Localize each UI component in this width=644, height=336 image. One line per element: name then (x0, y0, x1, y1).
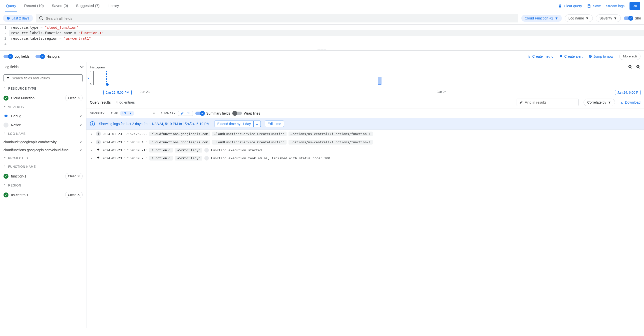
chevron-down-icon: ▼ (129, 112, 132, 115)
group-log-name[interactable]: ⌃LOG NAME (0, 130, 86, 138)
chevron-down-icon: ▼ (586, 16, 589, 20)
log-chip[interactable]: …cations/us-central1/functions/function-… (288, 132, 373, 136)
field-notice[interactable]: i Notice 2 (0, 121, 86, 130)
stream-logs-button[interactable]: Stream logs (606, 4, 624, 8)
code-line[interactable]: 3resource.labels.region = "us-central1" (0, 36, 644, 41)
group-severity[interactable]: ⌃SEVERITY (0, 103, 86, 112)
tab-recent[interactable]: Recent (10) (23, 0, 45, 11)
expand-icon[interactable]: › (89, 132, 94, 136)
download-button[interactable]: Download (620, 100, 640, 104)
extend-time-button[interactable]: Extend time by: 1 day ⌄ (214, 121, 261, 127)
log-chip[interactable]: function-1 (150, 148, 173, 153)
field-function-1[interactable]: ✓ function-1 Clear✕ (0, 171, 86, 181)
resize-handle[interactable]: ▬▬▬ (0, 47, 644, 50)
field-debug[interactable]: Debug 2 (0, 112, 86, 121)
show-query-toggle[interactable]: Sho (624, 16, 641, 20)
code-content[interactable] (9, 41, 644, 47)
scroll-left-icon[interactable]: ‹ (88, 74, 89, 80)
group-project-id[interactable]: ⌃PROJECT ID (0, 154, 86, 163)
tab-library[interactable]: Library (107, 0, 120, 11)
severity-filter-pill[interactable]: Severity ▼ (596, 14, 621, 22)
log-row[interactable]: ›2024-01-23 17:59:09.753function-1w5xr6c… (86, 154, 644, 162)
log-chip[interactable]: …loudFunctionsService.CreateFunction (212, 132, 286, 136)
lines-icon[interactable]: ☰ (204, 156, 209, 161)
histogram-toggle[interactable]: Histogram (36, 54, 62, 58)
code-line[interactable]: 4 (0, 41, 644, 47)
more-actions-button[interactable]: More acti (619, 53, 640, 60)
col-severity[interactable]: SEVERITY (89, 112, 106, 115)
sort-asc-icon[interactable]: ↑ (136, 112, 138, 115)
log-row[interactable]: ›i2024-01-23 17:57:25.929cloudfunctions.… (86, 130, 644, 138)
find-input[interactable] (525, 100, 576, 104)
tab-suggested[interactable]: Suggested (7) (75, 0, 100, 11)
jump-to-now-button[interactable]: Jump to now (588, 54, 613, 58)
chevron-down-icon[interactable]: ▼ (153, 112, 156, 115)
log-chip[interactable]: w5xr6c3tsdyb (175, 148, 202, 153)
field-region[interactable]: ✓ us-central1 Clear✕ (0, 190, 86, 200)
end-time-chip[interactable]: Jan 24, 6:00 P (615, 90, 640, 95)
search-input[interactable] (46, 16, 515, 20)
zoom-out-icon[interactable] (628, 65, 632, 69)
clear-label: Clear (68, 193, 76, 197)
tab-query[interactable]: Query (5, 0, 17, 11)
code-content[interactable]: resource.type = "cloud_function" (9, 25, 644, 30)
collapse-icon[interactable]: < > (80, 65, 83, 69)
close-icon: ✕ (77, 96, 80, 100)
clear-chip[interactable]: Clear✕ (65, 95, 83, 101)
lines-icon[interactable]: ☰ (204, 148, 209, 153)
group-resource-type[interactable]: ⌃RESOURCE TYPE (0, 84, 86, 93)
log-row[interactable]: ›i2024-01-23 17:58:38.453cloudfunctions.… (86, 138, 644, 146)
group-function-name[interactable]: ⌃FUNCTION NAME (0, 163, 86, 171)
log-chip[interactable]: w5xr6c3tsdyb (175, 156, 202, 161)
expand-icon[interactable]: › (89, 156, 94, 160)
create-alert-button[interactable]: Create alert (559, 54, 582, 58)
correlate-label: Correlate by (587, 100, 606, 104)
log-chip[interactable]: cloudfunctions.googleapis.com (150, 140, 210, 145)
wrap-lines-toggle[interactable]: Wrap lines (233, 111, 260, 115)
log-chip[interactable]: cloudfunctions.googleapis.com (150, 132, 210, 136)
field-cloud-function[interactable]: ✓ Cloud Function Clear✕ (0, 93, 86, 103)
run-query-button[interactable]: Ru (630, 2, 640, 10)
code-line[interactable]: 2resource.labels.function_name = "functi… (0, 30, 644, 36)
edit-time-button[interactable]: Edit time (265, 121, 284, 127)
tab-saved[interactable]: Saved (0) (51, 0, 69, 11)
edit-summary-button[interactable]: Edit (178, 111, 193, 116)
log-chip[interactable]: …loudFunctionsService.CreateFunction (212, 140, 286, 145)
slider-handle[interactable] (106, 83, 109, 86)
field-logname-a[interactable]: cloudaudit.googleapis.com/activity 2 (0, 138, 86, 146)
log-chip[interactable]: …cations/us-central1/functions/function-… (288, 140, 373, 145)
resource-filter-pill[interactable]: Cloud Function +2 ▼ (521, 15, 562, 22)
create-metric-button[interactable]: Create metric (527, 54, 553, 58)
sidebar-search-input[interactable] (12, 76, 80, 80)
field-logname-b[interactable]: cloudfunctions.googleapis.com/cloud-func… (0, 146, 86, 154)
expand-icon[interactable]: › (89, 148, 94, 152)
start-time-chip[interactable]: Jan 22, 5:00 PM (104, 90, 132, 95)
chevron-down-icon[interactable]: ⌄ (253, 121, 261, 127)
save-button[interactable]: Save (587, 4, 601, 8)
correlate-by-button[interactable]: Correlate by ▼ (584, 99, 615, 106)
summary-fields-toggle[interactable]: Summary fields (195, 111, 230, 115)
log-row[interactable]: ›2024-01-23 17:59:09.713function-1w5xr6c… (86, 146, 644, 154)
bug-icon (4, 114, 8, 119)
log-chip[interactable]: function-1 (150, 156, 173, 161)
time-range-pill[interactable]: Last 2 days (3, 15, 33, 22)
zoom-in-icon[interactable] (636, 65, 640, 69)
log-fields-toggle[interactable]: Log fields (4, 54, 30, 58)
clear-chip[interactable]: Clear✕ (65, 173, 83, 179)
find-in-results[interactable] (516, 99, 578, 106)
query-editor[interactable]: 1resource.type = "cloud_function"2resour… (0, 25, 644, 51)
histogram-chart[interactable]: ‹ 4 0 (86, 71, 644, 90)
sidebar-search[interactable] (4, 74, 83, 82)
code-content[interactable]: resource.labels.region = "us-central1" (9, 36, 644, 41)
search-all-fields[interactable] (36, 14, 518, 22)
code-content[interactable]: resource.labels.function_name = "functio… (9, 30, 644, 36)
timezone-selector[interactable]: EST▼ (120, 111, 134, 116)
group-region[interactable]: ⌃REGION (0, 181, 86, 190)
clear-query-button[interactable]: Clear query (558, 4, 582, 8)
expand-icon[interactable]: › (89, 140, 94, 144)
clear-chip[interactable]: Clear✕ (65, 192, 83, 198)
col-time[interactable]: TIME (111, 112, 118, 115)
log-message: Function execution started (211, 148, 262, 152)
logname-filter-pill[interactable]: Log name ▼ (565, 14, 593, 22)
code-line[interactable]: 1resource.type = "cloud_function" (0, 25, 644, 30)
